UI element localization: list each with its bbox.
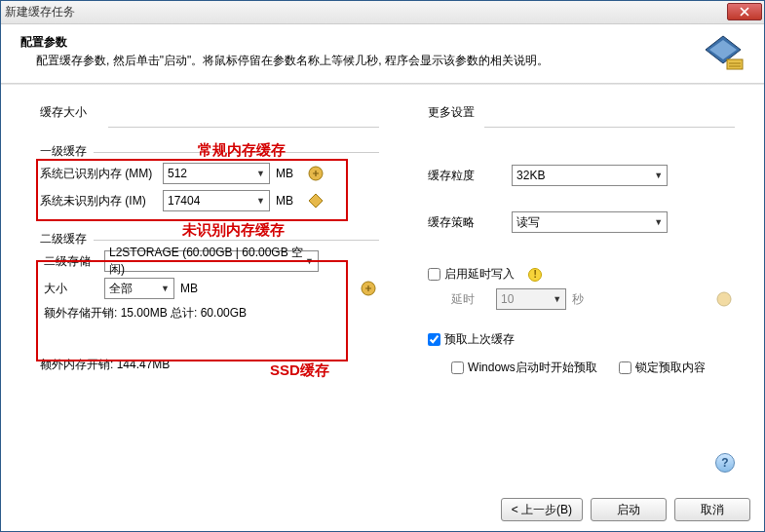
extra-mem-overhead: 额外内存开销: 144.47MB bbox=[36, 357, 379, 373]
delay-action-button bbox=[713, 288, 735, 310]
dropdown-arrow-icon: ▼ bbox=[654, 171, 663, 180]
l2-size-value: 全部 bbox=[109, 281, 133, 297]
mm-value: 512 bbox=[168, 167, 187, 180]
dropdown-arrow-icon: ▼ bbox=[256, 196, 265, 206]
l2-size-row: 大小 全部 ▼ MB bbox=[40, 278, 379, 299]
header: 配置参数 配置缓存参数, 然后单击"启动"。将鼠标停留在参数名称上等候几秒, 程… bbox=[1, 24, 764, 79]
header-text: 配置参数 配置缓存参数, 然后单击"启动"。将鼠标停留在参数名称上等候几秒, 程… bbox=[20, 34, 702, 69]
start-button[interactable]: 启动 bbox=[591, 498, 667, 521]
group-separator bbox=[108, 127, 379, 128]
policy-value: 读写 bbox=[516, 214, 540, 231]
dropdown-arrow-icon: ▼ bbox=[161, 284, 170, 293]
defer-write-label: 启用延时写入 bbox=[444, 266, 515, 283]
policy-combo[interactable]: 读写 ▼ bbox=[512, 211, 668, 233]
titlebar: 新建缓存任务 bbox=[1, 1, 764, 24]
window-title: 新建缓存任务 bbox=[5, 4, 75, 20]
close-button[interactable] bbox=[727, 3, 762, 20]
l2-storage-combo[interactable]: L2STORAGE (60.00GB | 60.00GB 空闲) ▼ bbox=[104, 250, 319, 272]
defer-write-checkbox-row: 启用延时写入 ! bbox=[428, 266, 735, 283]
preload-checkbox-row: 预取上次缓存 bbox=[428, 331, 735, 348]
l2-storage-label: 二级存储 bbox=[40, 253, 98, 270]
preload-on-boot-row: Windows启动时开始预取 bbox=[451, 360, 597, 376]
l2-size-unit: MB bbox=[180, 282, 204, 295]
warning-icon: ! bbox=[528, 268, 542, 282]
policy-label: 缓存策略 bbox=[428, 214, 506, 231]
delay-combo: 10 ▼ bbox=[496, 288, 566, 310]
l2-overhead-text: 额外存储开销: 15.00MB 总计: 60.00GB bbox=[40, 305, 379, 322]
cache-size-label: 缓存大小 bbox=[40, 104, 379, 121]
footer-buttons: < 上一步(B) 启动 取消 bbox=[501, 498, 750, 521]
wizard-icon bbox=[702, 34, 745, 73]
mm-value-combo[interactable]: 512 ▼ bbox=[163, 163, 270, 184]
l2-fill-button[interactable] bbox=[358, 278, 379, 299]
im-unit: MB bbox=[276, 194, 299, 208]
dropdown-arrow-icon: ▼ bbox=[305, 256, 314, 266]
mm-fill-button[interactable] bbox=[305, 163, 326, 184]
delay-value: 10 bbox=[501, 292, 514, 306]
mm-row: 系统已识别内存 (MM) 512 ▼ MB bbox=[40, 163, 379, 184]
content-area: 缓存大小 一级缓存 系统已识别内存 (MM) 512 ▼ MB 系统未识别内存 … bbox=[1, 85, 764, 398]
more-settings-group: 更多设置 缓存粒度 32KB ▼ 缓存策略 读写 ▼ bbox=[428, 104, 735, 388]
l2-size-combo[interactable]: 全部 ▼ bbox=[104, 278, 174, 299]
granularity-combo[interactable]: 32KB ▼ bbox=[512, 165, 668, 186]
l2-storage-value: L2STORAGE (60.00GB | 60.00GB 空闲) bbox=[109, 245, 305, 278]
svg-point-8 bbox=[717, 292, 731, 306]
cache-size-group: 缓存大小 一级缓存 系统已识别内存 (MM) 512 ▼ MB 系统未识别内存 … bbox=[40, 104, 379, 388]
defer-write-checkbox[interactable] bbox=[428, 268, 440, 281]
preload-label: 预取上次缓存 bbox=[444, 331, 515, 348]
l2-separator bbox=[94, 240, 379, 241]
dialog-window: 新建缓存任务 配置参数 配置缓存参数, 然后单击"启动"。将鼠标停留在参数名称上… bbox=[0, 0, 765, 532]
lock-preload-label: 锁定预取内容 bbox=[635, 360, 706, 376]
mm-label: 系统已识别内存 (MM) bbox=[40, 166, 157, 182]
help-button[interactable]: ? bbox=[715, 453, 735, 473]
dropdown-arrow-icon: ▼ bbox=[654, 217, 663, 227]
preload-on-boot-label: Windows启动时开始预取 bbox=[468, 360, 597, 376]
svg-rect-2 bbox=[727, 59, 743, 69]
mm-unit: MB bbox=[276, 167, 299, 180]
l1-separator bbox=[94, 152, 379, 153]
im-row: 系统未识别内存 (IM) 17404 ▼ MB bbox=[40, 190, 379, 211]
granularity-value: 32KB bbox=[516, 169, 545, 182]
preload-checkbox[interactable] bbox=[428, 333, 440, 346]
dropdown-arrow-icon: ▼ bbox=[553, 294, 561, 304]
lock-preload-row: 锁定预取内容 bbox=[619, 360, 706, 376]
im-value: 17404 bbox=[168, 194, 200, 208]
lock-preload-checkbox[interactable] bbox=[619, 361, 631, 374]
header-description: 配置缓存参数, 然后单击"启动"。将鼠标停留在参数名称上等候几秒, 程序会显示该… bbox=[20, 53, 702, 69]
dropdown-arrow-icon: ▼ bbox=[256, 169, 265, 178]
delay-unit: 秒 bbox=[572, 291, 595, 308]
svg-marker-6 bbox=[309, 194, 323, 208]
policy-row: 缓存策略 读写 ▼ bbox=[428, 211, 735, 233]
preload-options-row: Windows启动时开始预取 锁定预取内容 bbox=[451, 354, 735, 382]
back-button[interactable]: < 上一步(B) bbox=[501, 498, 583, 521]
preload-on-boot-checkbox[interactable] bbox=[451, 361, 464, 374]
delay-label: 延时 bbox=[451, 291, 490, 308]
im-value-combo[interactable]: 17404 ▼ bbox=[163, 190, 270, 211]
delay-row: 延时 10 ▼ 秒 bbox=[451, 288, 735, 310]
header-title: 配置参数 bbox=[20, 34, 702, 51]
group-separator bbox=[484, 127, 735, 128]
im-fill-button[interactable] bbox=[305, 190, 326, 211]
cancel-button[interactable]: 取消 bbox=[674, 498, 750, 521]
granularity-label: 缓存粒度 bbox=[428, 168, 506, 184]
granularity-row: 缓存粒度 32KB ▼ bbox=[428, 165, 735, 186]
l2-size-label: 大小 bbox=[40, 281, 98, 297]
more-settings-label: 更多设置 bbox=[428, 104, 735, 121]
im-label: 系统未识别内存 (IM) bbox=[40, 193, 157, 209]
l2-storage-row: 二级存储 L2STORAGE (60.00GB | 60.00GB 空闲) ▼ bbox=[40, 250, 379, 272]
